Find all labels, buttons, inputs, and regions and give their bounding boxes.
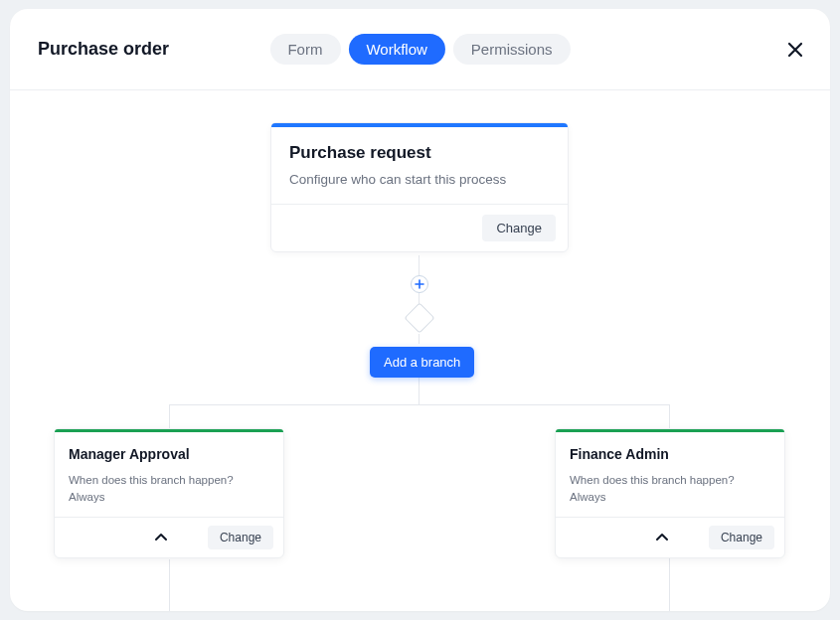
chevron-up-icon [655, 533, 669, 542]
connector-line [419, 375, 420, 404]
add-branch-button[interactable]: Add a branch [370, 347, 474, 378]
chevron-up-icon [154, 533, 168, 542]
tab-workflow[interactable]: Workflow [348, 34, 444, 65]
connector-line [169, 404, 170, 428]
expand-button[interactable] [150, 527, 172, 549]
branch-answer: Always [69, 489, 269, 506]
connector-line [419, 255, 420, 277]
tab-permissions[interactable]: Permissions [453, 34, 571, 65]
change-button[interactable]: Change [208, 526, 273, 549]
connector-line [169, 404, 670, 405]
connector-line [169, 559, 170, 611]
page-title: Purchase order [38, 39, 169, 60]
change-button[interactable]: Change [709, 526, 774, 549]
branch-card-right[interactable]: Finance Admin When does this branch happ… [555, 428, 785, 558]
add-step-button[interactable] [411, 275, 428, 293]
expand-button[interactable] [651, 527, 673, 549]
branch-answer: Always [570, 489, 770, 506]
tab-form[interactable]: Form [269, 34, 340, 65]
plus-icon [415, 279, 424, 289]
close-icon [786, 41, 804, 59]
connector-line [669, 404, 670, 428]
view-tabs: Form Workflow Permissions [269, 34, 570, 65]
branch-title: Manager Approval [69, 446, 269, 462]
change-button[interactable]: Change [482, 215, 556, 241]
decision-node[interactable] [404, 302, 434, 333]
connector-line [419, 334, 420, 344]
start-node-subtitle: Configure who can start this process [289, 171, 550, 190]
branch-question: When does this branch happen? [570, 472, 770, 489]
branch-title: Finance Admin [570, 446, 770, 462]
start-node[interactable]: Purchase request Configure who can start… [270, 122, 569, 252]
branch-question: When does this branch happen? [69, 472, 269, 489]
close-button[interactable] [786, 41, 804, 59]
start-node-title: Purchase request [289, 143, 550, 163]
branch-card-left[interactable]: Manager Approval When does this branch h… [54, 428, 284, 558]
